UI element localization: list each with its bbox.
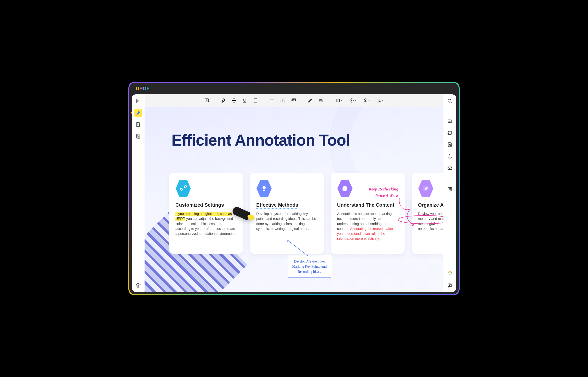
strikethrough-icon	[231, 98, 237, 103]
svg-rect-2	[205, 99, 209, 102]
sticker-icon	[363, 98, 368, 103]
bulb-icon	[261, 185, 268, 192]
share-button[interactable]	[446, 152, 454, 161]
eraser-icon	[318, 98, 323, 103]
highlight-button[interactable]	[219, 96, 228, 105]
highlighter-icon	[135, 110, 141, 115]
ocr-button[interactable]: OCR	[446, 117, 454, 125]
stamp-icon	[349, 98, 354, 103]
search-icon	[447, 98, 453, 104]
comments-panel-icon	[447, 283, 453, 288]
stamp-button[interactable]: ▾	[346, 96, 358, 105]
card-body: Review your notes memory and make meanin…	[418, 211, 443, 231]
pencil-icon	[307, 98, 313, 103]
textbox-icon	[280, 98, 285, 103]
card-heading: Understand The Content	[337, 202, 398, 208]
pencil-button[interactable]	[305, 96, 315, 105]
tools-icon	[180, 185, 187, 192]
card-organize: Organize A Review your notes memory and …	[412, 173, 443, 254]
strikethrough-button[interactable]	[229, 96, 239, 105]
save-icon	[447, 187, 453, 192]
save-button[interactable]	[446, 185, 454, 193]
page-tools-icon	[135, 134, 141, 139]
signature-button[interactable]: ▾	[374, 96, 386, 105]
callout-icon	[291, 98, 296, 103]
protect-button[interactable]	[446, 140, 454, 149]
mail-icon	[447, 165, 453, 171]
card-understand-content: Understand The Content Annotation is not…	[331, 173, 405, 254]
annotation-toolbar: ▾ ▾ ▾ ▾	[145, 94, 443, 107]
right-rail: OCR	[443, 94, 456, 292]
callout-button[interactable]	[289, 96, 298, 105]
edit-mode-button[interactable]	[134, 120, 142, 129]
svg-rect-0	[136, 99, 140, 103]
card-heading: Customized Settings	[175, 202, 237, 208]
sticky-note-button[interactable]	[202, 96, 211, 105]
svg-rect-19	[448, 188, 452, 191]
svg-rect-18	[448, 167, 452, 170]
svg-rect-20	[448, 284, 452, 287]
card-heading: Effective Methods	[256, 202, 318, 208]
callout-annotation[interactable]: Develop A System For Marking Key Points …	[288, 256, 331, 277]
svg-rect-4	[292, 99, 295, 101]
ocr-icon: OCR	[447, 118, 453, 124]
reader-mode-button[interactable]	[134, 97, 142, 105]
updf-ai-button[interactable]	[446, 269, 454, 278]
card-body: Annotation is not just about marking up …	[337, 211, 398, 241]
organize-pages-button[interactable]	[134, 132, 142, 140]
svg-rect-16	[448, 131, 452, 135]
highlight-icon	[220, 98, 226, 103]
search-button[interactable]	[446, 97, 454, 105]
hex-icon-notes	[337, 180, 353, 197]
svg-rect-10	[343, 187, 346, 191]
page-title: Efficient Annotation Tool	[172, 131, 350, 149]
text-icon	[269, 98, 275, 103]
signature-icon	[376, 98, 382, 103]
card-heading: Organize A	[418, 202, 443, 208]
edit-text-icon	[135, 122, 141, 127]
hex-icon-bulb	[256, 180, 272, 197]
mail-button[interactable]	[446, 164, 454, 172]
card-effective-methods: Effective Methods Develop a system for m…	[250, 173, 324, 254]
hex-icon-tools	[175, 180, 191, 197]
underline-button[interactable]	[240, 96, 249, 105]
notes-icon	[342, 185, 348, 192]
squiggly-icon	[253, 98, 258, 103]
underline-icon	[242, 98, 247, 103]
layers-button[interactable]	[134, 281, 142, 289]
handwritten-annotation[interactable]: Keep Rechecking Twice A Week	[369, 186, 398, 199]
reader-mode-icon	[135, 98, 141, 104]
text-comment-button[interactable]	[267, 96, 277, 105]
crop-icon	[447, 130, 453, 136]
squiggly-button[interactable]	[251, 96, 260, 105]
svg-point-8	[364, 99, 366, 101]
svg-rect-17	[449, 145, 451, 146]
document-canvas[interactable]: Efficient Annotation Tool Customized Set…	[145, 107, 443, 292]
sticker-button[interactable]: ▾	[360, 96, 372, 105]
textbox-button[interactable]	[278, 96, 287, 105]
svg-point-13	[448, 99, 451, 102]
rectangle-icon	[335, 98, 341, 103]
svg-text:OCR: OCR	[448, 120, 452, 122]
eraser-button[interactable]	[316, 96, 325, 105]
crop-button[interactable]	[446, 129, 454, 137]
left-rail	[132, 94, 145, 292]
note-icon	[204, 98, 209, 103]
hex-icon-edit	[418, 180, 434, 197]
feature-cards-row: Customized Settings If you are using a d…	[169, 173, 443, 254]
layers-icon	[135, 283, 141, 288]
edit-icon	[422, 185, 429, 192]
shape-button[interactable]: ▾	[332, 96, 345, 105]
card-body: Develop a system for marking key points …	[256, 211, 318, 231]
share-icon	[447, 154, 453, 159]
annotate-mode-button[interactable]	[134, 109, 142, 117]
app-logo: U P D F	[136, 86, 149, 91]
lock-icon	[447, 142, 453, 147]
svg-rect-6	[336, 99, 339, 102]
comments-panel-button[interactable]	[446, 281, 454, 289]
card-body: If you are using a digital tool, such as…	[175, 211, 237, 236]
updf-flower-icon	[447, 271, 453, 276]
